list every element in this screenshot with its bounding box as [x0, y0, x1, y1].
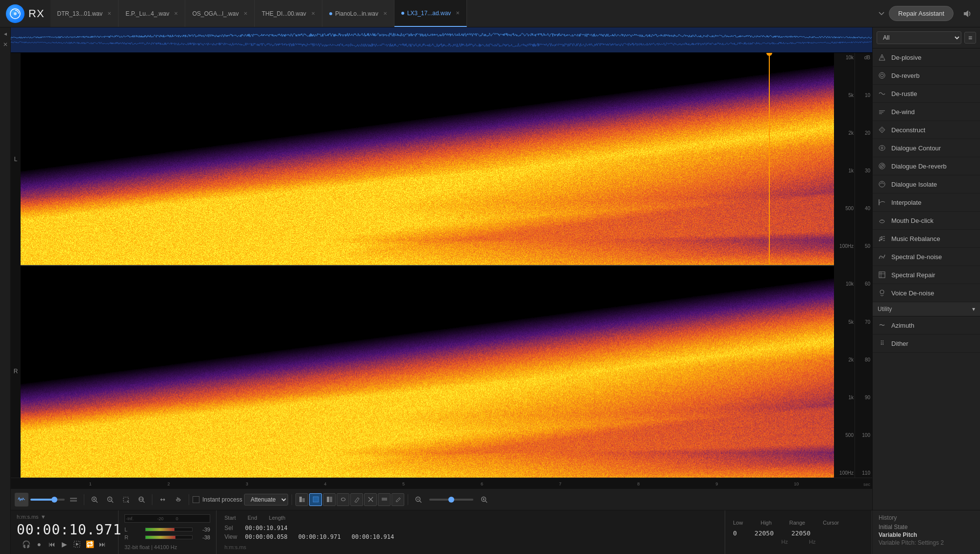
zoom-select-btn[interactable] — [119, 493, 133, 506]
module-item-de-plosive[interactable]: De-plosive — [873, 48, 980, 67]
toolbar-sep-1 — [84, 494, 84, 505]
tab-modified-dot — [401, 12, 404, 15]
lasso-tool-btn[interactable] — [337, 493, 349, 506]
range-header: Range — [789, 520, 805, 526]
module-item-de-rustle[interactable]: De-rustle — [873, 85, 980, 103]
tab-close-btn[interactable]: ✕ — [107, 11, 111, 16]
waveform-mode2-btn[interactable] — [323, 493, 336, 506]
svg-rect-59 — [879, 272, 885, 278]
length-header: Length — [269, 515, 286, 521]
speaker-icon[interactable] — [958, 5, 976, 23]
bottom-status: h:m:s.ms ▼ 00:00:10.971 🎧 ● ⏮ ▶ 🔁 ⏭ — [11, 510, 872, 554]
rewind-btn[interactable]: ⏮ — [47, 538, 57, 551]
utility-item-azimuth[interactable]: 〜Azimuth — [873, 316, 980, 335]
view-length-value: 00:00:10.914 — [351, 533, 394, 540]
repair-assistant-button[interactable]: Repair Assistant — [889, 6, 954, 21]
waveform-mode-btn[interactable] — [67, 493, 80, 506]
zoom-in-btn[interactable] — [88, 493, 101, 506]
spectrogram-top[interactable] — [21, 53, 834, 266]
spectrum-mode-btn[interactable] — [309, 493, 322, 506]
module-menu-btn[interactable]: ≡ — [964, 32, 976, 44]
zoom-out-btn[interactable] — [103, 493, 117, 506]
module-item-dialogue-contour[interactable]: Dialogue Contour — [873, 139, 980, 157]
view-label: View — [224, 533, 242, 540]
module-name: Interpolate — [891, 199, 921, 206]
tab-PianoLo---in-wav[interactable]: PianoLo...in.wav✕ — [322, 0, 394, 27]
scroll-btn[interactable] — [156, 493, 170, 506]
headphones-btn[interactable]: 🎧 — [22, 538, 31, 551]
module-filter-select[interactable]: All — [877, 31, 961, 44]
collapse-icon[interactable]: ✕ — [1, 40, 10, 49]
time-format-dropdown[interactable]: ▼ — [41, 514, 46, 520]
tab-close-btn[interactable]: ✕ — [383, 11, 387, 16]
time-display: h:m:s.ms ▼ 00:00:10.971 🎧 ● ⏮ ▶ 🔁 ⏭ — [11, 510, 119, 554]
zoom-slider[interactable] — [429, 499, 473, 501]
instant-process-toggle[interactable]: Instant process — [193, 496, 242, 503]
cursor-header: Cursor — [823, 520, 839, 526]
scissors-btn[interactable] — [364, 493, 377, 506]
tab-label: DTR_13...01.wav — [57, 10, 103, 17]
meter-R-label: R — [124, 534, 142, 540]
de-reverb-icon — [878, 71, 886, 80]
record-btn[interactable]: ● — [34, 538, 44, 551]
zoom-out2-btn[interactable] — [412, 493, 425, 506]
zoom-knob[interactable] — [448, 497, 454, 503]
waveform-view-btn[interactable] — [15, 493, 28, 506]
module-item-spectral-repair[interactable]: Spectral Repair — [873, 266, 980, 284]
collapse-left-icon[interactable]: ◂ — [1, 29, 10, 38]
waveform-overview[interactable] — [11, 27, 872, 53]
module-item-de-wind[interactable]: De-wind — [873, 103, 980, 121]
play-selection-btn[interactable] — [72, 538, 82, 551]
brush-tool-btn[interactable] — [350, 493, 363, 506]
utility-chevron: ▾ — [972, 306, 975, 313]
voice-de-noise-icon — [878, 289, 886, 297]
module-item-spectral-de-noise[interactable]: Spectral De-noise — [873, 248, 980, 266]
instant-process-checkbox[interactable] — [193, 496, 199, 503]
module-item-voice-de-noise[interactable]: Voice De-noise — [873, 284, 980, 302]
module-name: Dialogue Contour — [891, 145, 941, 152]
tab-overflow-btn[interactable] — [874, 10, 889, 17]
module-item-deconstruct[interactable]: Deconstruct — [873, 121, 980, 139]
module-item-mouth-de-click[interactable]: Mouth De-click — [873, 212, 980, 230]
module-name: Music Rebalance — [891, 235, 940, 242]
volume-knob[interactable] — [51, 497, 57, 503]
module-item-dialogue-isolate[interactable]: Dialogue Isolate — [873, 175, 980, 193]
history-item[interactable]: Initial State — [879, 523, 974, 531]
pencil-btn[interactable] — [392, 493, 404, 506]
levels-btn[interactable] — [378, 493, 391, 506]
dialogue-contour-icon — [878, 144, 886, 152]
zoom-fit-btn[interactable] — [135, 493, 148, 506]
timeline-tick: 6 — [481, 482, 483, 486]
history-panel: History Initial StateVariable PitchVaria… — [872, 510, 980, 554]
volume-slider[interactable] — [30, 499, 65, 501]
history-item[interactable]: Variable Pitch: Settings 2 — [879, 539, 974, 547]
history-title: History — [879, 514, 974, 521]
module-item-de-reverb[interactable]: De-reverb — [873, 67, 980, 85]
hand-tool-btn[interactable] — [172, 493, 185, 506]
tab-LX3-17---ad-wav[interactable]: LX3_17...ad.wav✕ — [394, 0, 467, 27]
tab-close-btn[interactable]: ✕ — [311, 11, 315, 16]
history-item[interactable]: Variable Pitch — [879, 531, 974, 539]
module-name: Voice De-noise — [891, 289, 934, 297]
tab-close-btn[interactable]: ✕ — [174, 11, 178, 16]
tab-close-btn[interactable]: ✕ — [456, 10, 460, 16]
process-mode-select[interactable]: Attenuate — [244, 494, 288, 506]
play-btn[interactable]: ▶ — [60, 538, 70, 551]
module-item-interpolate[interactable]: Interpolate — [873, 193, 980, 212]
tab-DTR-13---01-wav[interactable]: DTR_13...01.wav✕ — [50, 0, 119, 27]
tab-OS-OGA---l--wav[interactable]: OS_OGA...l_.wav✕ — [185, 0, 255, 27]
utility-section-header[interactable]: Utility ▾ — [873, 302, 980, 316]
skip-end-btn[interactable]: ⏭ — [98, 538, 107, 551]
module-item-music-rebalance[interactable]: Music Rebalance — [873, 230, 980, 248]
spectrogram-bottom[interactable] — [21, 266, 834, 478]
utility-item-dither[interactable]: ⠿Dither — [873, 335, 980, 353]
tab-E-P--Lu---4--wav[interactable]: E.P._Lu...4_.wav✕ — [119, 0, 185, 27]
loop-btn[interactable]: 🔁 — [85, 538, 95, 551]
spectrogram-mode-btn[interactable] — [295, 493, 308, 506]
tab-THE-DI---00-wav[interactable]: THE_DI...00.wav✕ — [255, 0, 322, 27]
zoom-in2-btn[interactable] — [477, 493, 491, 506]
module-name: De-wind — [891, 108, 915, 116]
spectrogram-bottom-canvas — [21, 266, 834, 478]
module-item-dialogue-de-reverb[interactable]: Dialogue De-reverb — [873, 157, 980, 175]
tab-close-btn[interactable]: ✕ — [244, 11, 247, 16]
